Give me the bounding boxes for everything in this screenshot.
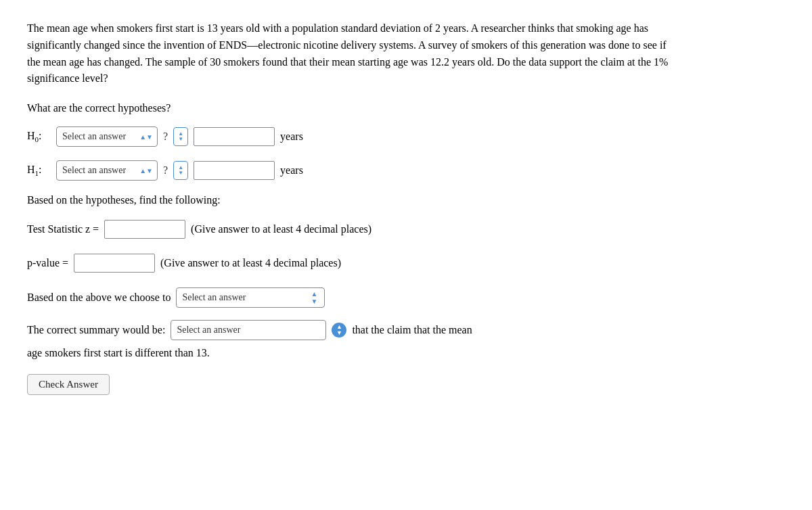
test-statistic-row: Test Statistic z = (Give answer to at le…: [27, 220, 785, 239]
h1-dropdown-arrow-icon: ▲▼: [139, 167, 153, 175]
h1-subscript: 1: [35, 169, 39, 177]
test-statistic-input[interactable]: [104, 220, 185, 239]
h1-label: H1:: [27, 164, 51, 177]
summary-spinner-icon[interactable]: ▲ ▼: [332, 323, 346, 338]
h1-select-dropdown[interactable]: Select an answer ▲▼: [56, 160, 158, 181]
h1-spinner-down-icon: ▼: [178, 170, 183, 176]
problem-text: The mean age when smokers first start is…: [27, 20, 670, 87]
choose-select-dropdown[interactable]: Select an answer ▲▼: [176, 287, 325, 308]
h1-select-text: Select an answer: [62, 165, 137, 176]
p-value-label: p-value =: [27, 257, 68, 269]
h0-spinner[interactable]: ▲ ▼: [173, 127, 188, 146]
summary-label: The correct summary would be:: [27, 324, 165, 336]
h1-question-mark: ?: [163, 164, 168, 177]
h0-select-dropdown[interactable]: Select an answer ▲▼: [56, 126, 158, 147]
summary-select-text: Select an answer: [177, 325, 321, 335]
choose-spinner-icon: ▲▼: [308, 288, 320, 307]
choose-label: Based on the above we choose to: [27, 292, 171, 304]
h0-question-mark: ?: [163, 131, 168, 143]
h1-value-input[interactable]: [194, 161, 275, 180]
h0-years-label: years: [280, 131, 303, 143]
h1-row: H1: Select an answer ▲▼ ? ▲ ▼ years: [27, 160, 785, 181]
h0-label: H0:: [27, 130, 51, 143]
choose-select-text: Select an answer: [182, 292, 305, 303]
hypotheses-question: What are the correct hypotheses?: [27, 102, 785, 114]
p-value-row: p-value = (Give answer to at least 4 dec…: [27, 254, 785, 273]
summary-line2: age smokers first start is different tha…: [27, 347, 785, 359]
test-statistic-hint: (Give answer to at least 4 decimal place…: [191, 223, 371, 235]
summary-select-dropdown[interactable]: Select an answer: [171, 320, 326, 340]
h1-years-label: years: [280, 164, 303, 177]
h0-row: H0: Select an answer ▲▼ ? ▲ ▼ years: [27, 126, 785, 147]
h0-dropdown-arrow-icon: ▲▼: [139, 133, 153, 141]
p-value-hint: (Give answer to at least 4 decimal place…: [160, 257, 341, 269]
summary-spinner-down-icon: ▼: [336, 330, 342, 336]
summary-row: The correct summary would be: Select an …: [27, 320, 785, 340]
h0-subscript: 0: [35, 135, 39, 143]
h0-select-text: Select an answer: [62, 131, 137, 142]
summary-continuation: that the claim that the mean: [352, 324, 472, 336]
find-section-label: Based on the hypotheses, find the follow…: [27, 194, 785, 206]
check-answer-button[interactable]: Check Answer: [27, 374, 110, 395]
test-statistic-label: Test Statistic z =: [27, 223, 99, 235]
h0-value-input[interactable]: [194, 127, 275, 146]
h1-spinner[interactable]: ▲ ▼: [173, 161, 188, 180]
h0-spinner-down-icon: ▼: [178, 137, 183, 142]
choose-row: Based on the above we choose to Select a…: [27, 287, 785, 308]
p-value-input[interactable]: [74, 254, 155, 273]
